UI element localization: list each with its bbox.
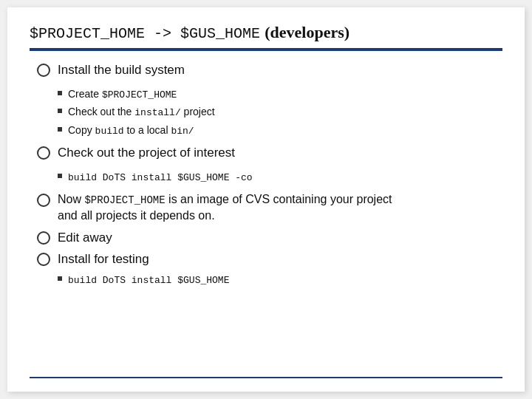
bullet-icon-1 <box>37 64 50 77</box>
sub-bullet-3 <box>58 127 62 132</box>
sub-text-copy-build: Copy build to a local bin/ <box>68 123 194 139</box>
slide-title: $PROJECT_HOME -> $GUS_HOME (developers) <box>30 22 502 44</box>
title-serif: (developers) <box>265 23 349 41</box>
sub-list-install-build: Create $PROJECT_HOME Check out the insta… <box>58 86 495 139</box>
sub-text-checkout-install: Check out the install/ project <box>68 104 215 120</box>
bottom-divider <box>30 377 502 378</box>
bullet-label-install-build: Install the build system <box>58 61 185 79</box>
bullet-label-now-note: Now $PROJECT_HOME is an image of CVS con… <box>58 191 392 225</box>
bullet-icon-3 <box>37 194 50 207</box>
sub-bullet-5 <box>58 276 62 281</box>
slide-content: Install the build system Create $PROJECT… <box>30 61 502 288</box>
sub-bullet-1 <box>58 91 62 95</box>
title-code: $PROJECT_HOME -> $GUS_HOME <box>30 25 260 42</box>
bullet-label-edit-away: Edit away <box>58 229 112 247</box>
sub-list-install-testing: build DoTS install $GUS_HOME <box>58 272 495 288</box>
sub-item-create: Create $PROJECT_HOME <box>58 86 495 103</box>
sub-item-copy-build: Copy build to a local bin/ <box>58 123 495 139</box>
bullet-checkout-project: Check out the project of interest <box>37 144 495 162</box>
bullet-now-note: Now $PROJECT_HOME is an image of CVS con… <box>37 191 495 225</box>
bullet-install-build: Install the build system <box>37 61 495 79</box>
sub-text-build-dots: build DoTS install $GUS_HOME -co <box>68 169 253 185</box>
bullet-icon-4 <box>37 231 50 245</box>
bullet-label-checkout-project: Check out the project of interest <box>58 144 235 162</box>
bullet-label-install-testing: Install for testing <box>58 250 149 268</box>
sub-bullet-2 <box>58 109 62 113</box>
sub-item-build-dots-install: build DoTS install $GUS_HOME <box>58 272 495 288</box>
slide: $PROJECT_HOME -> $GUS_HOME (developers) … <box>7 7 525 392</box>
sub-bullet-4 <box>58 174 62 178</box>
sub-list-checkout-project: build DoTS install $GUS_HOME -co <box>58 169 495 185</box>
bullet-icon-2 <box>37 146 50 160</box>
top-divider <box>30 48 502 51</box>
bullet-icon-5 <box>37 253 50 266</box>
sub-item-build-dots: build DoTS install $GUS_HOME -co <box>58 169 495 185</box>
bullet-edit-away: Edit away <box>37 229 495 247</box>
sub-text-build-dots-install: build DoTS install $GUS_HOME <box>68 272 229 288</box>
sub-item-checkout-install: Check out the install/ project <box>58 104 495 120</box>
sub-text-create: Create $PROJECT_HOME <box>68 86 177 103</box>
bullet-install-testing: Install for testing <box>37 250 495 268</box>
